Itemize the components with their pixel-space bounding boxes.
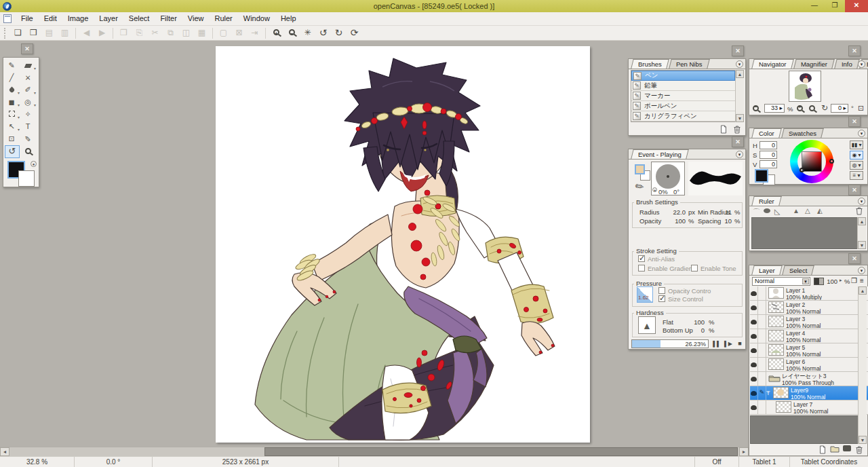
brush-item-ballpoint[interactable]: ✎ボールペン (631, 101, 735, 111)
layer-scrollbar[interactable]: ▲ ▼ (858, 286, 867, 444)
ruler-visibility-icon[interactable] (764, 208, 770, 213)
copy-button[interactable]: ❐ (116, 27, 132, 39)
brush-item-pen[interactable]: ✎ペン (631, 71, 735, 81)
layer-visibility-toggle[interactable] (750, 400, 758, 414)
opacity-value[interactable]: 100 (667, 217, 686, 225)
airbrush-tool[interactable]: ✐▾ (20, 84, 35, 96)
zoom-in-button[interactable]: + (269, 27, 284, 39)
radius-value[interactable]: 22.0 (667, 208, 686, 216)
layer-edit-column[interactable] (758, 372, 766, 386)
layer-set-icon[interactable]: ≡ (860, 277, 864, 284)
swap-colors-icon[interactable]: ● (31, 161, 37, 167)
nav-zoom-reset-icon[interactable] (809, 105, 815, 113)
redo-all-button[interactable]: ⟳ (347, 27, 362, 39)
pen-mode-icon[interactable]: ✎ (633, 179, 647, 194)
cut-button[interactable]: ✂ (147, 27, 163, 39)
smudge-tool[interactable]: ◎▾ (20, 96, 35, 108)
brushes-close-button[interactable]: ✕ (732, 45, 744, 56)
scroll-up-icon[interactable]: ▲ (858, 217, 866, 225)
layer-list-empty-area[interactable] (750, 415, 859, 444)
scroll-left-icon[interactable]: ◂ (0, 447, 9, 456)
panel-menu-icon[interactable]: ▼ (858, 198, 865, 205)
layer-visibility-toggle[interactable] (750, 372, 758, 386)
size-control-checkbox[interactable] (658, 295, 665, 302)
delete-brush-icon[interactable] (732, 125, 743, 134)
triangle-outline-icon[interactable]: △ (805, 207, 810, 214)
layer-row[interactable]: Layer 3100% Normal (750, 315, 868, 329)
tab-info[interactable]: Info (834, 59, 859, 69)
deselect-button[interactable]: ⊠ (231, 27, 247, 39)
color-foreground-swatch[interactable] (755, 169, 768, 183)
anti-alias-checkbox[interactable] (638, 255, 645, 262)
menu-item-ruler[interactable]: Ruler (210, 12, 238, 25)
opacity-spinner-icon[interactable]: ▸ (840, 278, 842, 283)
brush-item-marker[interactable]: ✎マーカー (631, 91, 735, 101)
layer-row[interactable]: Layer 4100% Normal (750, 329, 868, 343)
brush-list-scrollbar[interactable]: ▲ ▼ (735, 70, 744, 122)
zoom-out-button[interactable]: − (284, 27, 300, 39)
ruler-scrollbar[interactable]: ▲ ▼ (857, 217, 866, 249)
layer-set-row[interactable]: レイヤーセット3100% Pass Through (750, 372, 868, 386)
panel-menu-icon[interactable]: ▼ (736, 60, 743, 68)
triangle-half-icon[interactable]: ◭ (817, 207, 823, 214)
move-select-tool[interactable]: ↖▾ (4, 121, 19, 132)
delete-layer-icon[interactable] (854, 445, 865, 455)
panel-menu-icon[interactable]: ▼ (858, 267, 865, 274)
layer-row-selected[interactable]: ✎ Ŧ Layer9100% Normal (750, 386, 868, 400)
transform-button[interactable]: ▦ (194, 27, 210, 39)
new-file-button[interactable]: ❏ (10, 27, 26, 39)
nav-zoom-in-icon[interactable]: + (797, 105, 803, 113)
tab-layer[interactable]: Layer (751, 265, 782, 275)
restore-button[interactable]: ❐ (825, 0, 845, 12)
hardness-shape-icon[interactable]: ▲ (638, 316, 656, 334)
color-mode-sphere-icon[interactable]: ◍ ▾ (850, 161, 863, 170)
min-radius-value[interactable]: 11 (722, 208, 732, 216)
tab-swatches[interactable]: Swatches (781, 128, 824, 138)
layer-thumbnail-toggle-icon[interactable] (814, 278, 824, 285)
tab-select[interactable]: Select (782, 265, 814, 275)
event-close-button[interactable]: ✕ (732, 136, 744, 147)
delete-ruler-icon[interactable] (855, 206, 863, 217)
layer-edit-column[interactable] (758, 315, 766, 329)
navigator-close-button[interactable]: ✕ (848, 45, 861, 56)
layer-visibility-toggle[interactable] (750, 286, 758, 300)
background-color-swatch[interactable] (18, 170, 35, 187)
polyline-tool[interactable]: ⨯ (20, 72, 35, 83)
fill-tool[interactable]: ◼▾ (4, 96, 19, 108)
value-input[interactable]: 0 (760, 160, 777, 168)
brush-item-pencil[interactable]: ✎鉛筆 (631, 81, 735, 91)
blur-tool[interactable]: ▾ (4, 84, 19, 96)
nav-rotate-icon[interactable]: ↻ (821, 103, 828, 113)
color-close-button[interactable]: ✕ (848, 116, 861, 127)
pressure-curve-icon[interactable]: 1.62 (637, 286, 653, 303)
layer-visibility-toggle[interactable] (750, 329, 758, 343)
forward-button[interactable]: ▶ (94, 27, 110, 39)
toolbox-close-button[interactable]: ✕ (21, 43, 33, 54)
new-layer-set-icon[interactable] (829, 445, 840, 455)
ruler-list[interactable] (751, 217, 858, 249)
canvas[interactable] (216, 46, 590, 443)
opacity-control-checkbox[interactable] (658, 287, 665, 294)
bottom-up-value[interactable]: 0 (691, 326, 705, 334)
layer-edit-column[interactable] (758, 329, 766, 343)
layer-close-button[interactable]: ✕ (848, 253, 861, 264)
text-tool[interactable]: T (20, 121, 35, 132)
layer-visibility-toggle[interactable] (750, 315, 758, 329)
layer-edit-column[interactable] (758, 343, 766, 357)
lock-alpha-icon[interactable]: ❐ (851, 277, 857, 284)
zoom-tool[interactable] (20, 146, 35, 157)
enable-gradient-checkbox[interactable] (638, 265, 645, 272)
layer-edit-column[interactable] (758, 400, 766, 414)
brush-item-calligraphy[interactable]: ✎カリグラフィペン (631, 111, 735, 122)
open-file-button[interactable]: ❒ (26, 27, 41, 39)
set-square-icon[interactable]: ◺ (774, 207, 780, 216)
layer-row[interactable]: Layer 1100% Multiply (750, 286, 868, 301)
scroll-right-icon[interactable]: ▸ (739, 447, 749, 456)
menu-item-layer[interactable]: Layer (94, 12, 123, 25)
sv-square[interactable] (802, 151, 822, 172)
layer-edit-column[interactable] (758, 358, 766, 371)
layer-row[interactable]: Layer 7100% Normal (750, 400, 868, 415)
step-forward-icon[interactable]: ▌▶ (723, 339, 734, 349)
rotate-canvas-tool[interactable]: ↺ (5, 146, 20, 157)
nav-zoom-input[interactable]: 33 ▸ (764, 104, 785, 113)
